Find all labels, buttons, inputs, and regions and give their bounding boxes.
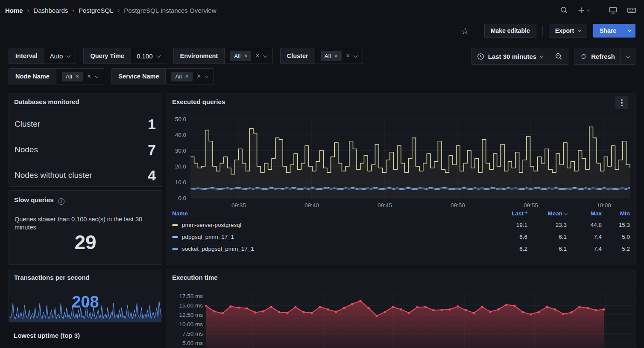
svg-text:09:55: 09:55 [524, 202, 538, 208]
stat-label: Cluster [15, 119, 40, 129]
legend-value-mean: 23.3 [527, 222, 567, 228]
environment-chip[interactable]: All × [230, 51, 251, 61]
chevron-down-icon [627, 28, 631, 32]
chip-label: All [66, 73, 72, 80]
breadcrumb-home[interactable]: Home [5, 7, 23, 14]
filter-row-2: Node Name All × × Service Name All × × [9, 68, 635, 84]
refresh-interval-dropdown[interactable] [621, 48, 635, 64]
slow-queries-panel: Slow queriesi Queries slower than 0.100 … [9, 190, 162, 265]
legend-row: socket_pdpgsql_pmm_17_1 6.2 6.1 7.4 5.2 [172, 243, 630, 255]
node-name-select[interactable]: All × × [56, 69, 104, 84]
svg-text:09:45: 09:45 [378, 202, 392, 208]
share-dropdown-button[interactable] [623, 24, 635, 38]
legend-header-max[interactable]: Max [567, 210, 602, 217]
legend-value-last: 6.6 [487, 234, 527, 240]
execution-time-chart[interactable]: 17.50 ms15.00 ms12.50 ms10.00 ms7.50 ms5… [167, 269, 635, 348]
cluster-select[interactable]: All × × [315, 48, 363, 64]
export-label: Export [555, 27, 574, 34]
clear-icon[interactable]: × [87, 73, 91, 80]
chevron-down-icon [156, 53, 161, 58]
chevron-down-icon [587, 8, 590, 11]
interval-label: Interval [9, 48, 44, 64]
time-range-picker[interactable]: Last 30 minutes [471, 48, 549, 64]
legend-value-mean: 6.1 [527, 246, 567, 252]
svg-text:10.00 ms: 10.00 ms [179, 321, 203, 328]
panel-menu-kebab-icon[interactable] [615, 96, 628, 109]
chevron-down-icon [263, 53, 267, 58]
legend-series-toggle[interactable]: pmm-server-postgresql [172, 222, 487, 228]
service-name-chip[interactable]: All × [171, 72, 192, 81]
add-dropdown[interactable] [578, 7, 589, 14]
svg-text:10.0: 10.0 [175, 179, 186, 186]
legend-value-max: 44.8 [567, 222, 602, 228]
stat-value: 7 [148, 142, 156, 158]
lowest-uptime-panel-title[interactable]: Lowest uptime (top 3) [14, 332, 80, 339]
zoom-out-button[interactable] [549, 48, 568, 64]
clear-icon[interactable]: × [346, 52, 350, 59]
series-color-swatch [172, 224, 178, 226]
legend-value-min: 5.0 [602, 234, 630, 240]
stat-label: Nodes without cluster [15, 171, 92, 180]
panel-title[interactable]: Databases monitored [14, 98, 79, 105]
clear-icon[interactable]: × [197, 73, 201, 80]
panel-title-text: Slow queries [14, 196, 54, 203]
chip-remove-icon[interactable]: × [334, 53, 338, 59]
refresh-button[interactable]: Refresh [574, 48, 621, 64]
service-name-label: Service Name [112, 69, 166, 84]
cluster-chip[interactable]: All × [321, 51, 342, 61]
info-icon[interactable]: i [58, 198, 64, 205]
refresh-group: Refresh [574, 48, 635, 65]
environment-select[interactable]: All × × [225, 48, 272, 64]
clear-icon[interactable]: × [255, 52, 259, 59]
panel-title[interactable]: Executed queries [172, 98, 225, 105]
executed-queries-legend: Name Last * Mean Max Min pmm-server-post… [172, 208, 630, 255]
panel-title[interactable]: Transactions per second [14, 274, 90, 281]
chevron-down-icon [67, 53, 71, 58]
legend-value-max: 7.4 [567, 246, 602, 252]
interval-select[interactable]: Auto [44, 48, 76, 64]
environment-label: Environment [174, 48, 225, 64]
chevron-down-icon [354, 53, 358, 58]
keyboard-icon[interactable] [627, 6, 636, 14]
service-name-select[interactable]: All × × [166, 69, 214, 84]
node-name-label: Node Name [9, 69, 56, 84]
legend-value-mean: 6.1 [527, 234, 567, 240]
chip-remove-icon[interactable]: × [244, 53, 247, 59]
legend-header-last[interactable]: Last * [487, 210, 527, 217]
panel-title[interactable]: Execution time [172, 274, 218, 281]
monitor-icon[interactable] [609, 6, 618, 14]
favorite-star-icon[interactable]: ☆ [459, 26, 472, 36]
query-time-select[interactable]: 0.100 [131, 48, 166, 64]
time-range-label: Last 30 minutes [488, 53, 536, 60]
share-button[interactable]: Share [593, 24, 623, 38]
refresh-icon [580, 53, 587, 60]
chip-label: All [234, 53, 240, 59]
breadcrumb: Home › Dashboards › PostgreSQL › Postgre… [5, 7, 217, 14]
make-editable-button[interactable]: Make editable [484, 24, 536, 38]
series-name: pdpgsql_pmm_17_1 [182, 234, 234, 240]
legend-series-toggle[interactable]: socket_pdpgsql_pmm_17_1 [172, 246, 487, 252]
panel-title[interactable]: Slow queriesi [14, 196, 64, 205]
breadcrumb-postgresql[interactable]: PostgreSQL [79, 7, 114, 14]
legend-value-last: 19.1 [487, 222, 527, 228]
search-icon[interactable] [560, 6, 568, 14]
legend-header-name[interactable]: Name [172, 210, 487, 217]
legend-value-last: 6.2 [487, 246, 527, 252]
node-name-chip[interactable]: All × [62, 72, 83, 81]
svg-text:7.50 ms: 7.50 ms [182, 331, 203, 337]
breadcrumb-dashboards[interactable]: Dashboards [33, 7, 68, 14]
executed-queries-chart[interactable]: 50.040.030.020.010.00.009:3509:4009:4509… [167, 93, 635, 209]
query-time-label: Query Time [84, 48, 131, 64]
legend-header-mean[interactable]: Mean [527, 210, 567, 217]
series-color-swatch [172, 248, 178, 250]
chip-remove-icon[interactable]: × [76, 73, 79, 79]
legend-series-toggle[interactable]: pdpgsql_pmm_17_1 [172, 234, 487, 240]
svg-text:30.0: 30.0 [175, 148, 186, 154]
export-button[interactable]: Export [549, 24, 587, 38]
legend-header-min[interactable]: Min [602, 210, 630, 217]
dashboard-toolbar: ☆ Make editable Export Share [0, 20, 644, 41]
grafana-dashboard: { "breadcrumb": { "items": ["Home", "Das… [0, 0, 644, 348]
svg-text:09:50: 09:50 [451, 202, 465, 208]
chip-remove-icon[interactable]: × [185, 73, 188, 79]
nav-icon-group [560, 5, 636, 15]
